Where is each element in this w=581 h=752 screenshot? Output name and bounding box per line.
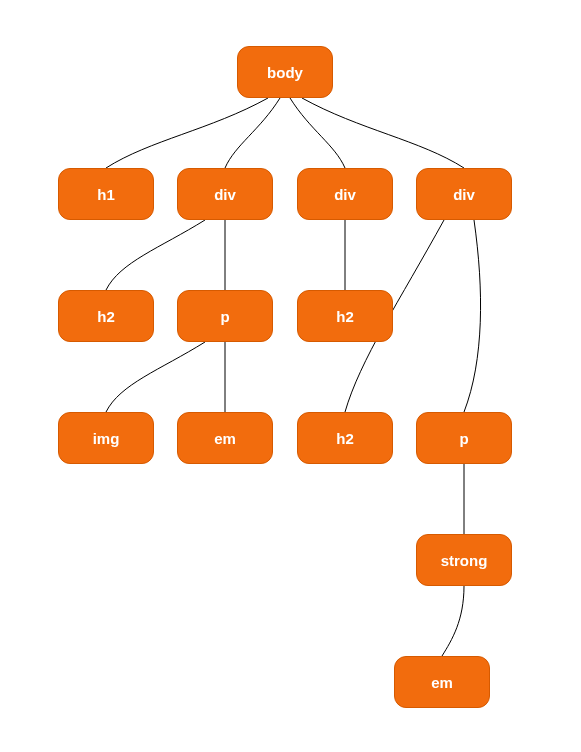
node-img: img: [58, 412, 154, 464]
node-label: em: [431, 674, 453, 691]
node-h2: h2: [297, 412, 393, 464]
node-strong: strong: [416, 534, 512, 586]
edge: [442, 586, 464, 656]
node-div: div: [297, 168, 393, 220]
node-label: em: [214, 430, 236, 447]
edge: [225, 98, 280, 168]
node-label: h2: [336, 308, 354, 325]
node-body: body: [237, 46, 333, 98]
node-label: h1: [97, 186, 115, 203]
edge: [106, 98, 268, 168]
node-h2: h2: [297, 290, 393, 342]
edge: [106, 220, 205, 290]
node-label: p: [220, 308, 229, 325]
edge: [290, 98, 345, 168]
node-em: em: [177, 412, 273, 464]
node-h2: h2: [58, 290, 154, 342]
node-label: h2: [336, 430, 354, 447]
edge: [302, 98, 464, 168]
node-h1: h1: [58, 168, 154, 220]
node-label: div: [453, 186, 475, 203]
node-label: strong: [441, 552, 488, 569]
edge-layer: [0, 0, 581, 752]
edge: [464, 220, 481, 412]
node-label: body: [267, 64, 303, 81]
node-p: p: [416, 412, 512, 464]
node-em: em: [394, 656, 490, 708]
node-label: img: [93, 430, 120, 447]
node-label: h2: [97, 308, 115, 325]
node-label: div: [214, 186, 236, 203]
node-div: div: [416, 168, 512, 220]
edge: [106, 342, 205, 412]
node-label: div: [334, 186, 356, 203]
node-div: div: [177, 168, 273, 220]
diagram-stage: body h1 div div div h2 p h2 img em h2 p …: [0, 0, 581, 752]
node-label: p: [459, 430, 468, 447]
node-p: p: [177, 290, 273, 342]
